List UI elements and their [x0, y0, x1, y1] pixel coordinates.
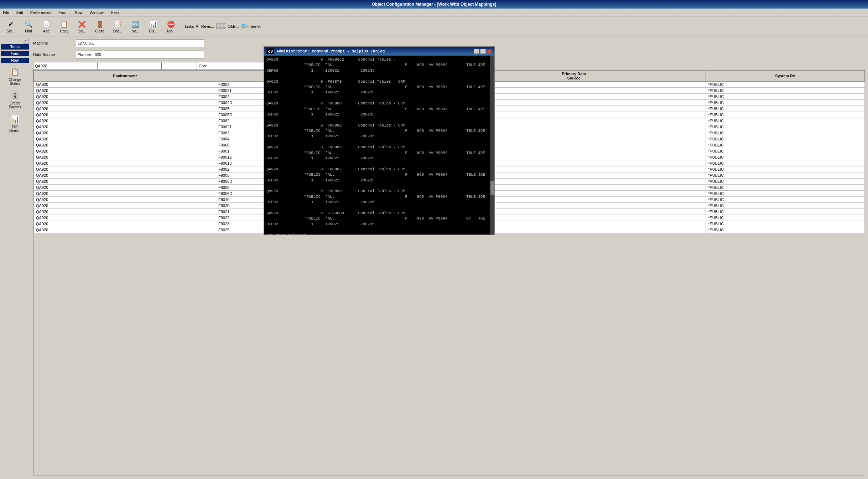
cmd-maximize-btn[interactable]: □ — [480, 49, 486, 54]
cell-env: QA920 — [34, 154, 216, 160]
cmd-line: DEP02 1 120021 230235 — [266, 156, 492, 161]
menu-help[interactable]: Help — [109, 10, 120, 15]
internet-label[interactable]: Internet — [248, 24, 261, 29]
cmd-line — [266, 117, 492, 123]
del-button[interactable]: ❌ Del... — [74, 18, 90, 34]
close-button[interactable]: 🚪 Close — [92, 18, 108, 34]
menu-bar: File Edit Preferences Form Row Window He… — [0, 9, 868, 16]
cell-env: QA920 — [34, 118, 216, 124]
abo-button[interactable]: ⛔ Abo... — [163, 18, 179, 34]
cmd-line — [266, 139, 492, 145]
machine-input[interactable] — [76, 39, 204, 47]
sidebar-row-section: Row — [1, 58, 29, 63]
cmd-line — [266, 73, 492, 79]
sel-button[interactable]: ✔ Sel... — [3, 18, 19, 34]
cell-env: QA920 — [34, 100, 216, 106]
cmd-line: 102 rows selected. — [266, 233, 492, 235]
seq-button[interactable]: 📑 Seq... — [110, 18, 125, 34]
cell-sysro: *PUBLIC — [706, 160, 865, 166]
copy-icon: 📋 — [59, 19, 69, 29]
cell-sysro: *PUBLIC — [706, 197, 865, 203]
add-icon: 📄 — [41, 19, 51, 29]
cell-sysro: *PUBLIC — [706, 221, 865, 227]
cell-env: QA920 — [34, 172, 216, 179]
menu-row[interactable]: Row — [73, 10, 84, 15]
close-label: Close — [95, 29, 104, 33]
cell-env: QA920 — [34, 124, 216, 130]
cmd-scrollbar-thumb[interactable] — [490, 181, 494, 195]
cell-env: QA920 — [34, 148, 216, 154]
cell-env: QA920 — [34, 209, 216, 215]
diff-oracle-icon: 📊 — [9, 113, 21, 125]
copy-label: Copy — [60, 29, 68, 33]
cmd-line: *PUBLIC *ALL P H90 AV P0094 TBLE JDE — [266, 84, 492, 90]
sel-label: Sel... — [7, 29, 15, 33]
close-icon: 🚪 — [95, 19, 105, 29]
menu-form[interactable]: Form — [57, 10, 69, 15]
cmd-line: *PUBLIC *ALL P H90 AV P0094 TBLE JDE — [266, 194, 492, 200]
seq-icon: 📑 — [113, 19, 123, 29]
toolbar-divider-1 — [182, 19, 182, 34]
menu-window[interactable]: Window — [88, 10, 105, 15]
cmd-line: QA920 0 F98880 Control Tables - CRP — [266, 101, 492, 106]
cell-env: QA920 — [34, 112, 216, 118]
filter-env-input[interactable] — [33, 62, 97, 70]
cmd-line: DEP02 1 120021 230235 — [266, 178, 492, 183]
cell-env: QA920 — [34, 106, 216, 112]
cmd-line: QA920 0 F98885 Control Tables - CRP — [266, 145, 492, 150]
add-button[interactable]: 📄 Add — [38, 18, 54, 34]
col-environment: Environment — [34, 71, 216, 82]
cell-env: QA920 — [34, 221, 216, 227]
menu-file[interactable]: File — [1, 10, 11, 15]
cmd-window[interactable]: cv Administrator: Command Prompt - sqlpl… — [264, 46, 495, 235]
menu-preferences[interactable]: Preferences — [29, 10, 53, 15]
cmd-line — [266, 205, 492, 211]
cell-env: QA920 — [34, 94, 216, 100]
abo-icon: ⛔ — [166, 19, 176, 29]
change-status-label: Change Status — [9, 78, 21, 86]
find-button[interactable]: 🔍 Find — [21, 18, 36, 34]
cell-env: QA920 — [34, 82, 216, 88]
links-button[interactable]: Links ▼ — [185, 24, 199, 29]
revis-button[interactable]: Revis... — [201, 24, 214, 29]
ole-button[interactable]: OLE OLE... — [216, 24, 239, 29]
cell-env: QA920 — [34, 191, 216, 197]
filter-type-input[interactable] — [161, 62, 197, 70]
cmd-close-btn[interactable]: ✕ — [487, 49, 492, 54]
ne-button[interactable]: 🆕 Ne... — [128, 18, 143, 34]
sidebar-item-diff-oracle[interactable]: 📊 Diff Oracl... — [1, 112, 29, 134]
cmd-title-bar: cv Administrator: Command Prompt - sqlpl… — [264, 47, 494, 56]
toolbar: ✔ Sel... 🔍 Find 📄 Add 📋 Copy ❌ Del... 🚪 … — [0, 16, 868, 36]
revis-label[interactable]: Revis... — [201, 24, 214, 29]
cmd-scrollbar[interactable] — [490, 56, 494, 235]
cell-env: QA920 — [34, 166, 216, 172]
dis-button[interactable]: 📊 Dis... — [145, 18, 161, 34]
links-label[interactable]: Links ▼ — [185, 24, 199, 29]
cmd-line: *PUBLIC *ALL P H90 AV P0094 TBLE JDE — [266, 150, 492, 156]
sidebar-item-oracle-params[interactable]: 🗄 Oracle Params — [1, 88, 29, 111]
filter-name-input[interactable] — [97, 62, 161, 70]
cell-sysro: *PUBLIC — [706, 112, 865, 118]
sidebar-close-btn[interactable]: × — [23, 38, 28, 43]
cmd-line: *PUBLIC *ALL P H90 AV P0094 TBLE JDE — [266, 107, 492, 112]
cell-sysro: *PUBLIC — [706, 227, 865, 233]
copy-button[interactable]: 📋 Copy — [56, 18, 72, 34]
cell-sysro: *PUBLIC — [706, 148, 865, 154]
ole-label[interactable]: OLE... — [228, 24, 239, 29]
cell-sysro: *PUBLIC — [706, 166, 865, 172]
menu-edit[interactable]: Edit — [15, 10, 25, 15]
cmd-line: QA920 0 F98882 Control Tables - CRP — [266, 123, 492, 128]
cmd-title-controls: _ □ ✕ — [474, 49, 492, 54]
sidebar-form-section: Form — [1, 51, 29, 56]
del-label: Del... — [78, 29, 86, 33]
oracle-params-label: Oracle Params — [9, 101, 21, 109]
seq-label: Seq... — [113, 29, 122, 33]
cmd-line — [266, 161, 492, 166]
sidebar-item-change-status[interactable]: 📋 Change Status — [1, 65, 29, 87]
data-source-input[interactable] — [76, 51, 204, 58]
cell-sysro: *PUBLIC — [706, 118, 865, 124]
cmd-minimize-btn[interactable]: _ — [474, 49, 479, 54]
cell-env: QA920 — [34, 130, 216, 136]
cmd-line: QA920 0 F98887 Control Tables - CRP — [266, 167, 492, 172]
internet-button[interactable]: 🌐 Internet — [241, 24, 261, 29]
